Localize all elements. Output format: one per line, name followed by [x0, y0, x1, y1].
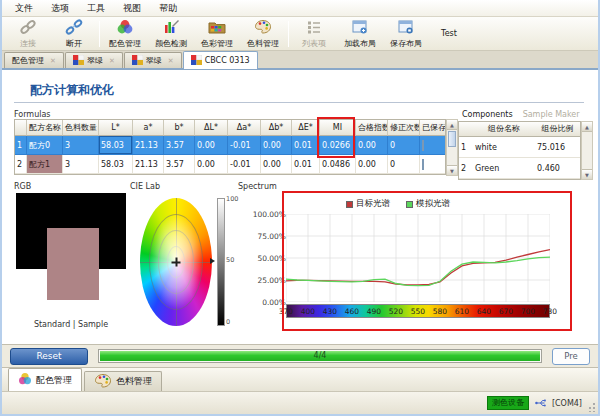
- menu-item-帮助[interactable]: 帮助: [150, 0, 186, 17]
- column-header-Δb*[interactable]: Δb*: [261, 120, 292, 136]
- row-number-cell[interactable]: 1: [15, 136, 27, 155]
- scroll-down-icon[interactable]: ▼: [582, 169, 592, 179]
- device-status-badge: 测色设备: [487, 396, 529, 410]
- toolbar-button-label: 加载布局: [344, 38, 376, 49]
- pre-button[interactable]: Pre: [552, 348, 590, 365]
- scrollbar-thumb[interactable]: [448, 131, 456, 147]
- component-ratio-cell[interactable]: 0.460: [535, 158, 580, 179]
- formula-value-cell[interactable]: 0.00: [261, 136, 292, 155]
- column-header-ΔL*[interactable]: ΔL*: [195, 120, 228, 136]
- formula-value-cell[interactable]: 3: [63, 155, 99, 174]
- menu-item-视图[interactable]: 视图: [114, 0, 150, 17]
- component-name-cell[interactable]: white: [473, 137, 535, 158]
- column-header-组份比例[interactable]: 组份比例: [535, 122, 580, 137]
- scroll-down-icon[interactable]: ▼: [447, 165, 457, 175]
- tab-components[interactable]: Components: [462, 110, 513, 119]
- column-header-L*[interactable]: L*: [99, 120, 133, 136]
- module-tab-配色管理[interactable]: 配色管理: [8, 368, 82, 391]
- formula-value-cell[interactable]: 0.01: [292, 155, 320, 174]
- doc-tab-翠绿[interactable]: 翠绿✕: [65, 52, 123, 68]
- formula-value-cell[interactable]: 0.00: [356, 155, 388, 174]
- doc-tab-CBCC 0313[interactable]: CBCC 0313: [183, 51, 258, 69]
- row-number-cell[interactable]: 1: [459, 137, 473, 158]
- formula-value-cell[interactable]: 21.13: [133, 136, 164, 155]
- menu-item-工具[interactable]: 工具: [78, 0, 114, 17]
- lightness-scale-bar[interactable]: [217, 198, 225, 326]
- close-tab-icon[interactable]: ✕: [50, 57, 56, 65]
- toolbar-button-配色管理[interactable]: 配色管理: [102, 18, 148, 49]
- formulas-scrollbar[interactable]: ▲ ▼: [446, 119, 458, 176]
- resize-grip[interactable]: [586, 402, 596, 412]
- formula-value-cell[interactable]: 0.00: [356, 136, 388, 155]
- tab-sample-maker[interactable]: Sample Maker: [523, 110, 580, 119]
- saved-checkbox[interactable]: [422, 140, 424, 151]
- formula-value-cell[interactable]: -0.01: [228, 136, 261, 155]
- doc-tab-翠绿[interactable]: 翠绿✕: [124, 52, 182, 68]
- components-scrollbar[interactable]: ▲ ▼: [581, 121, 593, 180]
- toolbar-button-色彩管理[interactable]: 色彩管理: [194, 18, 240, 49]
- formula-name-cell[interactable]: 配方1: [27, 155, 63, 174]
- formula-value-cell[interactable]: 58.03: [99, 136, 133, 155]
- formula-value-cell[interactable]: 0.00: [195, 136, 228, 155]
- spectrum-panel: Spectrum 目标光谱模拟光谱 0.00%25.00%50.00%75.00…: [238, 182, 578, 342]
- row-number-header[interactable]: [459, 122, 473, 137]
- reset-button[interactable]: Reset: [10, 348, 88, 365]
- column-header-MI[interactable]: MI: [320, 120, 356, 136]
- scroll-up-icon[interactable]: ▲: [582, 122, 592, 132]
- column-header-合格指数[interactable]: 合格指数: [356, 120, 388, 136]
- formula-value-cell[interactable]: 0.00: [261, 155, 292, 174]
- menu-item-文件[interactable]: 文件: [6, 0, 42, 17]
- toolbar-button-label: 连接: [20, 38, 36, 49]
- formula-value-cell[interactable]: 0.00: [195, 155, 228, 174]
- formula-value-cell[interactable]: 0.0486: [320, 155, 356, 174]
- scroll-up-icon[interactable]: ▲: [447, 120, 457, 130]
- formula-value-cell[interactable]: 3.57: [164, 155, 195, 174]
- formula-value-cell[interactable]: 3.57: [164, 136, 195, 155]
- column-header-a*[interactable]: a*: [133, 120, 164, 136]
- formula-name-cell[interactable]: 配方0: [27, 136, 63, 155]
- toolbar-button-label: 断开: [66, 38, 82, 49]
- formula-value-cell[interactable]: 21.13: [133, 155, 164, 174]
- toolbar-button-颜色检测[interactable]: 颜色检测: [148, 18, 194, 49]
- module-tab-色料管理[interactable]: 色料管理: [84, 371, 162, 391]
- formula-value-cell[interactable]: 0.0266: [320, 136, 356, 155]
- column-header-修正次数[interactable]: 修正次数: [388, 120, 420, 136]
- lightness-scale-mid: 50: [226, 256, 238, 264]
- toolbar-button-列表项[interactable]: 列表项: [291, 18, 337, 49]
- formula-value-cell[interactable]: 0: [388, 136, 420, 155]
- formula-value-cell[interactable]: 0.01: [292, 136, 320, 155]
- column-header-b*[interactable]: b*: [164, 120, 195, 136]
- toolbar-button-色料管理[interactable]: 色料管理: [240, 18, 286, 49]
- formula-value-cell[interactable]: 3: [63, 136, 99, 155]
- toolbar-button-加载布局[interactable]: 加载布局: [337, 18, 383, 49]
- row-number-cell[interactable]: 2: [459, 158, 473, 179]
- row-number-header[interactable]: [15, 120, 27, 136]
- formula-value-cell[interactable]: -0.01: [228, 155, 261, 174]
- close-tab-icon[interactable]: ✕: [109, 57, 115, 65]
- toolbar-button-连接[interactable]: 连接: [5, 18, 51, 49]
- formula-row-配方1[interactable]: 2配方1358.0321.133.570.00-0.010.000.010.04…: [15, 155, 445, 174]
- doc-tab-配色管理[interactable]: 配色管理✕: [4, 52, 64, 68]
- toolbar-button-断开[interactable]: 断开: [51, 18, 97, 49]
- cmy-wheel-icon: [18, 372, 32, 388]
- toolbar-button-Test[interactable]: Test: [429, 18, 469, 49]
- column-header-色料数量[interactable]: 色料数量: [63, 120, 99, 136]
- formula-value-cell[interactable]: 0: [388, 155, 420, 174]
- close-tab-icon[interactable]: ✕: [168, 57, 174, 65]
- component-row-Green[interactable]: 2Green0.460: [459, 158, 580, 179]
- formula-row-配方0[interactable]: 1配方0358.0321.133.570.00-0.010.000.010.02…: [15, 136, 445, 155]
- toolbar-button-保存布局[interactable]: 保存布局: [383, 18, 429, 49]
- component-row-white[interactable]: 1white75.016: [459, 137, 580, 158]
- component-ratio-cell[interactable]: 75.016: [535, 137, 580, 158]
- formula-value-cell[interactable]: 58.03: [99, 155, 133, 174]
- menu-item-选项[interactable]: 选项: [42, 0, 78, 17]
- column-header-ΔE*[interactable]: ΔE*: [292, 120, 320, 136]
- column-header-配方名称[interactable]: 配方名称: [27, 120, 63, 136]
- component-name-cell[interactable]: Green: [473, 158, 535, 179]
- column-header-已保存[interactable]: 已保存: [420, 120, 446, 136]
- row-number-cell[interactable]: 2: [15, 155, 27, 174]
- saved-checkbox-cell: [420, 155, 446, 174]
- column-header-Δa*[interactable]: Δa*: [228, 120, 261, 136]
- column-header-组份名称[interactable]: 组份名称: [473, 122, 535, 137]
- saved-checkbox[interactable]: [422, 159, 424, 170]
